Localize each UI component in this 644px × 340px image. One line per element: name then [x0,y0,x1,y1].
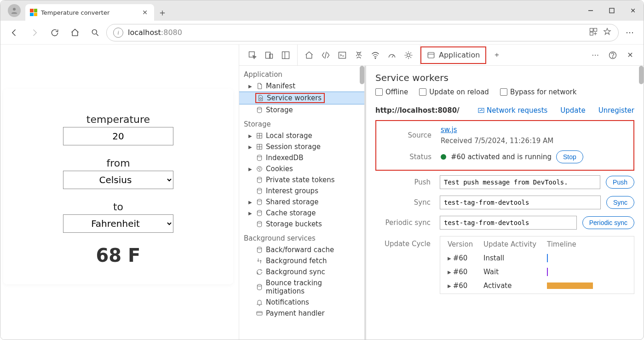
col-timeline: Timeline [547,240,602,248]
profile-avatar[interactable] [8,4,21,17]
bypass-network-checkbox[interactable]: Bypass for network [500,88,577,96]
address-bar[interactable]: i localhost:8080 [106,24,619,41]
add-tab-button[interactable]: ＋ [489,47,505,63]
devtools-close-button[interactable]: ✕ [622,47,638,63]
dock-side-icon[interactable] [278,47,293,63]
devtools-help-button[interactable] [605,47,621,63]
sidebar-item-local-storage[interactable]: ▶Local storage [239,130,364,141]
close-window-button[interactable]: ✕ [622,0,644,21]
scrollbar-thumb[interactable] [360,66,364,84]
tab-close-button[interactable]: ✕ [140,7,150,18]
svg-rect-4 [590,28,593,31]
to-label: to [22,201,215,213]
new-tab-button[interactable]: ＋ [154,4,171,21]
back-button[interactable] [5,23,23,42]
stop-button[interactable]: Stop [556,150,583,163]
periodic-sync-button[interactable]: Periodic sync [582,216,634,229]
svg-point-38 [257,247,261,249]
ms-logo-icon [30,9,37,16]
sync-input[interactable] [440,196,601,209]
forward-button[interactable] [25,23,44,42]
sidebar-item-session-storage[interactable]: ▶Session storage [239,141,364,152]
svg-rect-40 [257,311,262,315]
status-dot-icon [441,154,446,160]
sw-info-highlight: Source sw.js Received 7/5/2024, 11:26:19… [375,120,634,171]
sidebar-item-background-fetch[interactable]: Background fetch [239,255,364,266]
sidebar-item-storage-summary[interactable]: Storage [239,104,364,115]
favorite-icon[interactable] [603,27,612,38]
source-file-link[interactable]: sw.js [441,126,457,134]
sidebar-item-bounce-tracking[interactable]: Bounce tracking mitigations [239,277,364,297]
svg-point-34 [257,188,261,190]
welcome-tab-icon[interactable] [301,47,317,63]
devtools-tabstrip: Application ＋ ⋯ ✕ [239,45,644,66]
push-button[interactable]: Push [606,176,634,189]
scrollbar-thumb[interactable] [639,66,644,84]
sidebar-item-cache-storage[interactable]: ▶Cache storage [239,207,364,219]
elements-tab-icon[interactable] [318,47,334,63]
sidebar-item-payment-handler[interactable]: Payment handler [239,308,364,319]
sidebar-item-notifications[interactable]: Notifications [239,297,364,308]
performance-tab-icon[interactable] [384,47,400,63]
sidebar-item-background-sync[interactable]: Background sync [239,266,364,277]
to-select[interactable]: Fahrenheit [63,214,173,233]
sidebar-item-indexeddb[interactable]: IndexedDB [239,152,364,163]
cycle-version[interactable]: ▶#60 [448,254,475,262]
sidebar-item-cookies[interactable]: ▶Cookies [239,163,364,174]
application-tab[interactable]: Application [420,46,486,64]
service-workers-pane: Service workers Offline Update on reload… [366,66,644,340]
gear-file-icon [257,94,264,102]
sidebar-item-private-state-tokens[interactable]: Private state tokens [239,174,364,185]
push-input[interactable] [440,175,600,189]
sidebar-item-shared-storage[interactable]: ▶Shared storage [239,196,364,207]
maximize-button[interactable] [601,0,622,21]
refresh-button[interactable] [46,23,64,42]
sync-button[interactable]: Sync [606,196,634,209]
periodic-sync-label: Periodic sync [375,219,440,227]
inspect-element-icon[interactable] [245,47,260,63]
update-cycle-label: Update Cycle [375,236,440,248]
svg-point-33 [257,177,261,179]
unregister-link[interactable]: Unregister [598,106,634,115]
sources-tab-icon[interactable] [351,47,367,63]
cycle-version[interactable]: ▶#60 [448,282,475,290]
temperature-input[interactable] [63,127,173,145]
svg-rect-2 [610,8,614,13]
site-info-icon[interactable]: i [113,28,123,38]
device-toolbar-icon[interactable] [261,47,277,63]
sidebar-item-interest-groups[interactable]: Interest groups [239,185,364,196]
sync-label: Sync [375,198,440,207]
memory-tab-icon[interactable] [401,47,416,63]
extensions-icon[interactable] [589,27,598,38]
sidebar-item-service-workers[interactable]: Service workers [239,92,364,104]
timeline-bar-install [547,254,548,262]
search-button[interactable] [86,23,104,42]
svg-point-35 [257,199,261,201]
from-select[interactable]: Celsius [63,171,173,189]
console-tab-icon[interactable] [334,47,350,63]
network-tab-icon[interactable] [368,47,383,63]
periodic-sync-input[interactable] [440,216,577,230]
update-on-reload-checkbox[interactable]: Update on reload [419,88,489,96]
update-link[interactable]: Update [560,106,585,115]
page-content: temperature from Celsius to Fahrenheit 6… [0,45,239,340]
result-value: 68 F [22,245,215,266]
push-label: Push [375,178,440,186]
browser-menu-button[interactable]: ⋯ [621,23,639,42]
sidebar-item-manifest[interactable]: ▶Manifest [239,81,364,92]
source-label: Source [376,131,441,139]
svg-point-14 [375,58,376,58]
cycle-version[interactable]: ▶#60 [448,268,475,276]
minimize-button[interactable] [580,0,601,21]
network-requests-link[interactable]: Network requests [477,106,547,115]
offline-checkbox[interactable]: Offline [375,88,408,96]
sidebar-item-storage-buckets[interactable]: Storage buckets [239,219,364,230]
browser-tab[interactable]: Temperature converter ✕ [25,4,154,21]
devtools-more-button[interactable]: ⋯ [587,47,603,63]
svg-point-19 [612,57,613,57]
cycle-activity: Install [483,254,539,262]
svg-point-30 [258,168,259,168]
sidebar-item-back-forward-cache[interactable]: Back/forward cache [239,244,364,255]
application-sidebar: Application ▶Manifest Service workers St… [239,66,366,340]
home-button[interactable] [66,23,84,42]
